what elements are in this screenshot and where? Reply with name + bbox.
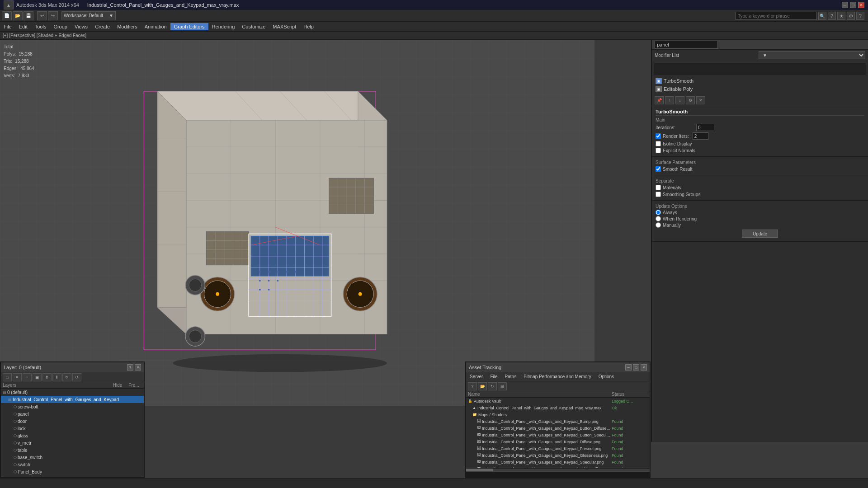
asset-item-9[interactable]: 🖼 Industrial_Control_Panel_with_Gauges_a… [466, 459, 650, 465]
menu-tools[interactable]: Tools [31, 23, 50, 30]
asset-item-4[interactable]: 🖼 Industrial_Control_Panel_with_Gauges_a… [466, 425, 650, 432]
menu-animation[interactable]: Animation [141, 23, 170, 30]
modifier-list-dropdown[interactable]: ▼ [759, 51, 865, 59]
asset-item-7[interactable]: 🖼 Industrial_Control_Panel_with_Gauges_a… [466, 445, 650, 452]
ts-materials-check[interactable] [656, 185, 661, 190]
pin-btn[interactable]: 📌 [655, 96, 664, 104]
ts-smooth-result-check[interactable] [656, 166, 661, 172]
lp-btn-7[interactable]: ↻ [62, 373, 71, 381]
asset-scrollbar-horiz[interactable] [466, 468, 650, 471]
asset-item-2[interactable]: 📁 Maps / Shaders [466, 411, 650, 418]
app-icon[interactable]: ▲ [4, 0, 14, 9]
layer-item-2[interactable]: ⬡ screw-bolt [1, 403, 144, 410]
ap-tb-btn2[interactable]: 📂 [478, 382, 487, 390]
asset-item-1[interactable]: ▲ Industrial_Control_Panel_with_Gauges_a… [466, 404, 650, 411]
new-btn[interactable]: 📄 [2, 11, 12, 20]
asset-item-6[interactable]: 🖼 Industrial_Control_Panel_with_Gauges_a… [466, 438, 650, 445]
asset-item-0[interactable]: 🔒 Autodesk Vault Logged O... [466, 398, 650, 404]
menu-file[interactable]: File [0, 23, 15, 30]
layer-item-6[interactable]: ⬡ glass [1, 432, 144, 439]
move-down-btn[interactable]: ↓ [675, 96, 684, 104]
redo-btn[interactable]: ↪ [48, 11, 58, 20]
menu-graph-editors[interactable]: Graph Editors [170, 23, 208, 30]
asset-panel-close-btn[interactable]: ✕ [641, 364, 647, 371]
menu-group[interactable]: Group [50, 23, 71, 30]
asset-item-8[interactable]: 🖼 Industrial_Control_Panel_with_Gauges_a… [466, 452, 650, 459]
ap-menu-options[interactable]: Options [595, 373, 618, 380]
modifier-editable-poly[interactable]: ▣ Editable Poly [654, 85, 866, 93]
ap-menu-file[interactable]: File [486, 373, 501, 380]
layer-item-12[interactable]: ⬡ Industrial_Control_Panel_with_Gauges_a… [1, 475, 144, 477]
ap-tb-btn4[interactable]: ⊞ [498, 382, 507, 390]
search-extra-btn3[interactable]: ⚙ [847, 12, 855, 20]
menu-maxscript[interactable]: MAXScript [269, 23, 300, 30]
ts-explicit-normals-check[interactable] [656, 148, 661, 153]
asset-item-5[interactable]: 🖼 Industrial_Control_Panel_with_Gauges_a… [466, 432, 650, 438]
menu-modifiers[interactable]: Modifiers [113, 23, 141, 30]
ap-menu-paths[interactable]: Paths [501, 373, 520, 380]
ts-render-iters-check[interactable] [656, 133, 661, 139]
lp-btn-5[interactable]: ⬆ [42, 373, 52, 381]
asset-item-3[interactable]: 🖼 Industrial_Control_Panel_with_Gauges_a… [466, 418, 650, 425]
search-extra-btn4[interactable]: ? [856, 12, 864, 20]
ap-tb-btn1[interactable]: ? [468, 382, 477, 390]
lp-btn-1[interactable]: □ [3, 373, 12, 381]
search-btn[interactable]: 🔍 [818, 12, 826, 20]
search-extra-btn1[interactable]: ? [828, 12, 836, 20]
ts-iterations-input[interactable] [696, 124, 714, 131]
search-input[interactable] [736, 12, 817, 20]
undo-btn[interactable]: ↩ [37, 11, 47, 20]
layer-item-8[interactable]: ⬡ table [1, 446, 144, 454]
close-btn[interactable]: ✕ [858, 2, 864, 8]
layer-item-11[interactable]: ⬡ Panel_Body [1, 468, 144, 475]
layer-item-5[interactable]: ⬡ lock [1, 425, 144, 432]
menu-customize[interactable]: Customize [238, 23, 269, 30]
asset-scrollbar-thumb[interactable] [466, 469, 493, 471]
lp-btn-6[interactable]: ⬇ [52, 373, 61, 381]
configure-btn[interactable]: ⚙ [686, 96, 695, 104]
layer-item-3[interactable]: ⬡ panel [1, 410, 144, 418]
panel-name-input[interactable] [655, 41, 718, 49]
lp-btn-2[interactable]: ✕ [13, 373, 22, 381]
menu-help[interactable]: Help [300, 23, 317, 30]
lp-btn-3[interactable]: + [23, 373, 32, 381]
ap-tb-btn3[interactable]: ↻ [488, 382, 497, 390]
save-btn[interactable]: 💾 [24, 11, 33, 20]
delete-btn[interactable]: ✕ [696, 96, 705, 104]
search-extra-btn2[interactable]: ★ [837, 12, 845, 20]
minimize-btn[interactable]: ─ [842, 2, 848, 8]
workspace-dropdown[interactable]: Workspace: Default ▼ [61, 11, 116, 20]
ts-when-rendering-radio[interactable] [656, 216, 661, 221]
open-btn[interactable]: 📂 [13, 11, 23, 20]
ap-menu-bitmap[interactable]: Bitmap Performance and Memory [520, 373, 595, 380]
modifier-turbosmooth[interactable]: ▣ TurboSmooth [654, 77, 866, 85]
ts-smoothing-groups-check[interactable] [656, 192, 661, 197]
lp-btn-4[interactable]: ▣ [33, 373, 42, 381]
lp-btn-8[interactable]: ↺ [72, 373, 81, 381]
ts-manually-radio[interactable] [656, 222, 661, 228]
layer-panel-close-btn[interactable]: ✕ [135, 364, 141, 371]
layer-item-9[interactable]: ⬡ base_switch [1, 454, 144, 461]
layer-item-10[interactable]: ⬡ switch [1, 461, 144, 468]
viewport[interactable]: Total Polys: 15,288 Tris: 15,288 Edges: … [0, 40, 594, 406]
ts-render-iters-input[interactable] [693, 132, 708, 140]
layer-item-7[interactable]: ⬡ v_metr [1, 439, 144, 446]
menu-edit[interactable]: Edit [15, 23, 31, 30]
ap-menu-server[interactable]: Server [466, 373, 486, 380]
asset-panel-restore-btn[interactable]: □ [633, 364, 639, 371]
menu-views[interactable]: Views [71, 23, 91, 30]
menu-rendering[interactable]: Rendering [208, 23, 239, 30]
layer-item-1[interactable]: ▤ Industrial_Control_Panel_with_Gauges_a… [1, 396, 144, 403]
move-up-btn[interactable]: ↑ [665, 96, 674, 104]
asset-panel-minimize-btn[interactable]: ─ [625, 364, 632, 371]
ts-isoline-check[interactable] [656, 141, 661, 146]
layer-item-4[interactable]: ⬡ door [1, 418, 144, 425]
ts-update-btn[interactable]: Update [742, 230, 778, 238]
title-bar-right[interactable]: ─ □ ✕ [842, 2, 864, 8]
asset-scrollbar-track[interactable] [466, 469, 650, 471]
asset-item-10[interactable]: 🖼 Industrial_Control_Panel_with_Gauges_a… [466, 465, 650, 468]
layer-item-0[interactable]: ▤ 0 (default) [1, 389, 144, 396]
menu-create[interactable]: Create [91, 23, 113, 30]
maximize-btn[interactable]: □ [850, 2, 856, 8]
ts-always-radio[interactable] [656, 210, 661, 215]
